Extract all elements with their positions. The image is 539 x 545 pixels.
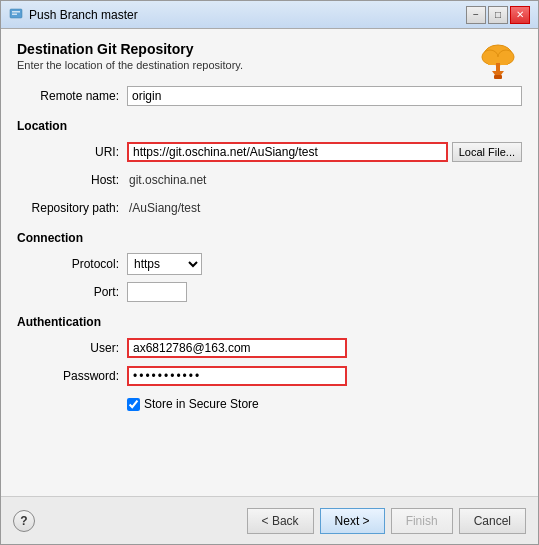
form-area: Remote name: Location URI: Local File...… bbox=[17, 85, 522, 488]
connection-section-header: Connection bbox=[17, 231, 522, 245]
port-input[interactable] bbox=[127, 282, 187, 302]
footer-buttons: < Back Next > Finish Cancel bbox=[35, 508, 526, 534]
back-button[interactable]: < Back bbox=[247, 508, 314, 534]
protocol-row: Protocol: https http ssh bbox=[17, 253, 522, 275]
uri-label: URI: bbox=[17, 145, 127, 159]
finish-button[interactable]: Finish bbox=[391, 508, 453, 534]
page-subtitle: Enter the location of the destination re… bbox=[17, 59, 474, 71]
repo-path-value: /AuSiang/test bbox=[127, 201, 200, 215]
help-button[interactable]: ? bbox=[13, 510, 35, 532]
svg-rect-1 bbox=[12, 11, 20, 13]
uri-row: URI: Local File... bbox=[17, 141, 522, 163]
push-branch-dialog: Push Branch master − □ ✕ Destination Git… bbox=[0, 0, 539, 545]
uri-input[interactable] bbox=[127, 142, 448, 162]
repo-path-label: Repository path: bbox=[17, 201, 127, 215]
auth-section-header: Authentication bbox=[17, 315, 522, 329]
password-label: Password: bbox=[17, 369, 127, 383]
titlebar: Push Branch master − □ ✕ bbox=[1, 1, 538, 29]
password-row: Password: bbox=[17, 365, 522, 387]
cancel-button[interactable]: Cancel bbox=[459, 508, 526, 534]
secure-store-checkbox[interactable] bbox=[127, 398, 140, 411]
window-title: Push Branch master bbox=[29, 8, 466, 22]
close-button[interactable]: ✕ bbox=[510, 6, 530, 24]
repo-path-row: Repository path: /AuSiang/test bbox=[17, 197, 522, 219]
host-label: Host: bbox=[17, 173, 127, 187]
user-label: User: bbox=[17, 341, 127, 355]
header-text: Destination Git Repository Enter the loc… bbox=[17, 41, 474, 71]
location-section-header: Location bbox=[17, 119, 522, 133]
host-value: git.oschina.net bbox=[127, 173, 206, 187]
secure-store-row: Store in Secure Store bbox=[127, 397, 522, 411]
dialog-content: Destination Git Repository Enter the loc… bbox=[1, 29, 538, 496]
user-input[interactable] bbox=[127, 338, 347, 358]
protocol-label: Protocol: bbox=[17, 257, 127, 271]
password-input[interactable] bbox=[127, 366, 347, 386]
cloud-upload-icon bbox=[474, 37, 522, 81]
dialog-footer: ? < Back Next > Finish Cancel bbox=[1, 496, 538, 544]
protocol-select[interactable]: https http ssh bbox=[127, 253, 202, 275]
host-row: Host: git.oschina.net bbox=[17, 169, 522, 191]
next-button[interactable]: Next > bbox=[320, 508, 385, 534]
footer-left: ? bbox=[13, 510, 35, 532]
local-file-button[interactable]: Local File... bbox=[452, 142, 522, 162]
secure-store-label[interactable]: Store in Secure Store bbox=[144, 397, 259, 411]
svg-rect-2 bbox=[12, 14, 17, 16]
window-controls: − □ ✕ bbox=[466, 6, 530, 24]
page-title: Destination Git Repository bbox=[17, 41, 474, 57]
minimize-button[interactable]: − bbox=[466, 6, 486, 24]
port-row: Port: bbox=[17, 281, 522, 303]
svg-rect-9 bbox=[494, 75, 502, 79]
dialog-header: Destination Git Repository Enter the loc… bbox=[17, 41, 522, 81]
remote-name-label: Remote name: bbox=[17, 89, 127, 103]
remote-name-row: Remote name: bbox=[17, 85, 522, 107]
window-icon bbox=[9, 6, 23, 23]
user-row: User: bbox=[17, 337, 522, 359]
remote-name-input[interactable] bbox=[127, 86, 522, 106]
maximize-button[interactable]: □ bbox=[488, 6, 508, 24]
port-label: Port: bbox=[17, 285, 127, 299]
